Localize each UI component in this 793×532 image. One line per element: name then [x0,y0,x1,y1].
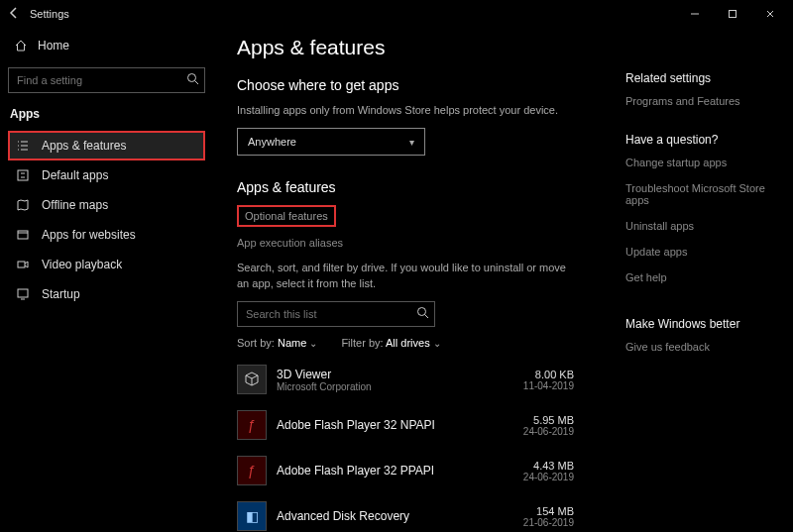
app-row[interactable]: ƒ Adobe Flash Player 32 PPAPI 4.43 MB 24… [237,450,574,491]
choose-where-desc: Installing apps only from Windows Store … [237,103,574,118]
default-icon [14,168,32,182]
svg-point-20 [418,308,426,316]
app-name: Adobe Flash Player 32 PPAPI [277,464,501,478]
svg-point-4 [188,74,196,82]
app-date: 24-06-2019 [501,426,574,437]
app-source-dropdown[interactable]: Anywhere ▾ [237,128,425,156]
list-icon [14,139,32,153]
dropdown-value: Anywhere [248,136,296,148]
filter-label: Filter by: [341,337,383,349]
sidebar-item-label: Apps & features [42,139,126,153]
map-icon [14,198,32,212]
search-icon [416,306,429,321]
app-icon-flash: ƒ [237,410,267,440]
app-name: Adobe Flash Player 32 NPAPI [277,418,501,432]
feedback-link[interactable]: Give us feedback [625,341,775,353]
sidebar-item-apps-features[interactable]: Apps & features [8,131,205,160]
app-row[interactable]: ◧ Advanced Disk Recovery 154 MB 21-06-20… [237,495,574,532]
close-button[interactable] [751,2,789,26]
help-link[interactable]: Uninstall apps [625,220,775,232]
chevron-down-icon: ⌄ [309,338,317,349]
installed-apps-list: 3D Viewer Microsoft Corporation 8.00 KB … [237,359,574,532]
app-row[interactable]: ƒ Adobe Flash Player 32 NPAPI 5.95 MB 24… [237,404,574,446]
help-link[interactable]: Get help [625,271,775,283]
title-bar: Settings [0,0,793,28]
programs-features-link[interactable]: Programs and Features [625,95,775,107]
help-link[interactable]: Update apps [625,246,775,258]
app-name: Advanced Disk Recovery [277,509,501,523]
choose-where-heading: Choose where to get apps [237,77,574,93]
help-link[interactable]: Troubleshoot Microsoft Store apps [625,182,775,206]
page-title: Apps & features [237,36,574,59]
find-setting-input[interactable] [8,67,205,93]
svg-rect-1 [730,11,736,18]
app-name: 3D Viewer [277,368,501,381]
home-label: Home [38,39,69,53]
search-icon [186,72,199,87]
sidebar-item-default-apps[interactable]: Default apps [8,160,205,190]
home-nav[interactable]: Home [8,32,205,59]
web-icon [14,228,32,242]
optional-features-link[interactable]: Optional features [237,205,336,227]
filter-by-control[interactable]: Filter by: All drives ⌄ [341,337,440,349]
app-size: 5.95 MB [501,414,574,426]
app-date: 21-06-2019 [501,517,574,528]
search-apps-input[interactable] [237,301,435,327]
sort-by-control[interactable]: Sort by: Name ⌄ [237,337,317,349]
sidebar-item-offline-maps[interactable]: Offline maps [8,190,205,220]
make-windows-better-heading: Make Windows better [625,317,775,331]
sidebar-item-startup[interactable]: Startup [8,279,205,309]
sidebar-item-video-playback[interactable]: Video playback [8,250,205,279]
chevron-down-icon: ▾ [409,137,414,148]
sort-value: Name [278,337,306,349]
app-icon-disk: ◧ [237,501,267,531]
app-row[interactable]: 3D Viewer Microsoft Corporation 8.00 KB … [237,359,574,400]
have-question-heading: Have a question? [625,133,775,147]
svg-rect-18 [18,289,28,297]
apps-features-heading: Apps & features [237,179,574,195]
video-icon [14,258,32,271]
search-sort-desc: Search, sort, and filter by drive. If yo… [237,261,574,291]
main-content: Apps & features Choose where to get apps… [213,28,793,532]
sidebar-item-apps-websites[interactable]: Apps for websites [8,220,205,250]
app-publisher: Microsoft Corporation [277,381,501,392]
sidebar: Home Apps Apps & features Default apps O… [0,28,213,532]
app-size: 154 MB [501,505,574,517]
filter-value: All drives [386,337,430,349]
app-size: 4.43 MB [501,460,574,472]
svg-line-21 [425,315,429,319]
back-button[interactable] [4,6,24,23]
app-icon-cube [237,365,267,394]
sidebar-heading: Apps [10,107,205,121]
sidebar-item-label: Startup [42,287,80,301]
svg-rect-15 [18,231,28,239]
chevron-down-icon: ⌄ [433,338,441,349]
svg-rect-17 [18,262,25,267]
maximize-button[interactable] [714,2,751,26]
window-title: Settings [30,8,69,20]
svg-rect-12 [18,170,28,180]
home-icon [12,39,30,53]
app-size: 8.00 KB [501,369,574,380]
sidebar-item-label: Offline maps [42,198,108,212]
sidebar-item-label: Default apps [42,168,108,182]
app-date: 11-04-2019 [501,380,574,391]
sort-label: Sort by: [237,337,275,349]
right-rail: Related settings Programs and Features H… [574,36,775,532]
app-icon-flash: ƒ [237,456,267,485]
app-execution-aliases-link[interactable]: App execution aliases [237,233,574,253]
app-date: 24-06-2019 [501,472,574,482]
sidebar-item-label: Video playback [42,258,122,271]
sidebar-item-label: Apps for websites [42,228,136,242]
related-settings-heading: Related settings [625,71,775,85]
startup-icon [14,287,32,301]
help-link[interactable]: Change startup apps [625,157,775,168]
svg-line-5 [195,81,199,85]
minimize-button[interactable] [676,2,714,26]
